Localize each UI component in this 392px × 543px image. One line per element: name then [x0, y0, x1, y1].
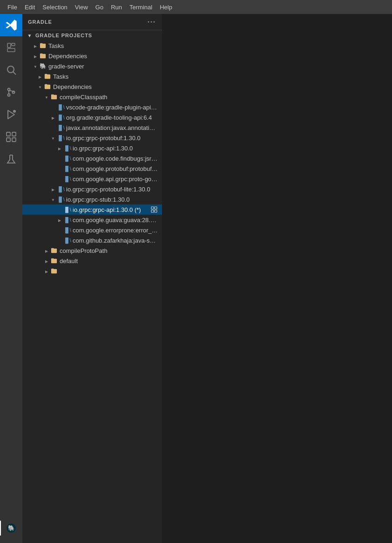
explorer-icon [6, 42, 17, 53]
dep6c1-action [150, 205, 158, 214]
menu-view[interactable]: View [71, 0, 92, 14]
svg-rect-19 [121, 34, 126, 34]
tree-container[interactable]: ▼ GRADLE PROJECTS [22, 30, 162, 543]
extensions-icon [6, 131, 17, 143]
gradle-server-icon: 🐘 [39, 62, 47, 70]
activity-explorer[interactable] [0, 36, 22, 59]
ellipsis-icon [148, 18, 155, 26]
activity-source-control[interactable] [0, 81, 22, 103]
dep6c1-label: io.grpc:grpc-api:1.30.0 (*) [73, 206, 141, 213]
folder-svg [51, 258, 57, 264]
run-section-icon [109, 32, 116, 39]
section-more-btn[interactable] [149, 31, 158, 40]
panel-header-actions [146, 17, 156, 27]
list-view-btn[interactable] [118, 31, 128, 40]
activity-gradle[interactable]: 🐘 [0, 517, 22, 539]
svg-rect-12 [7, 138, 10, 142]
folder-icon-gs-deps [44, 83, 51, 90]
tree-item-dep5[interactable]: ▐▌\ io.grpc:grpc-protobuf-lite:1.30.0 [22, 184, 162, 194]
dep-icon-dep4c1: ▐▌\ [63, 144, 71, 152]
section-chevron: ▼ [26, 32, 34, 39]
tree-item-dep3[interactable]: ▐▌\ javax.annotation:javax.annotation-ap… [22, 122, 162, 133]
chevron-more [43, 267, 50, 275]
vscode-logo [0, 14, 22, 36]
tree-item-more[interactable] [22, 266, 162, 276]
dep6c2-label: com.google.guava:guava:28.2-android [73, 217, 158, 224]
tree-item-default[interactable]: default [22, 256, 162, 266]
dep6c1-go-btn[interactable] [150, 205, 158, 214]
tree-item-dep6[interactable]: ▐▌\ io.grpc:grpc-stub:1.30.0 [22, 194, 162, 204]
folder-icon-gs-tasks [44, 73, 51, 80]
activity-run[interactable] [0, 103, 22, 126]
tree-item-dep4c2[interactable]: ▐▌\ com.google.code.findbugs:jsr305:3.0.… [22, 153, 162, 163]
tree-item-gs-deps[interactable]: Dependencies [22, 81, 162, 92]
svg-rect-1 [7, 48, 15, 52]
svg-rect-29 [155, 207, 157, 209]
svg-point-9 [13, 110, 16, 113]
activity-extensions[interactable] [0, 126, 22, 148]
chevron-default [43, 257, 50, 265]
menu-edit[interactable]: Edit [21, 0, 39, 14]
chevron-dep6c2 [56, 216, 63, 224]
section-header-left: ▼ GRADLE PROJECTS [26, 32, 92, 39]
tree-item-dep4c1[interactable]: ▐▌\ io.grpc:grpc-api:1.30.0 [22, 143, 162, 153]
section-gradle-projects[interactable]: ▼ GRADLE PROJECTS [22, 30, 162, 41]
chevron-deps-root [32, 52, 39, 60]
dep-icon-dep6c3: ▐▌\ [63, 226, 71, 234]
tree-item-dep1[interactable]: ▐▌\ vscode-gradle:gradle-plugin-api:unsp… [22, 102, 162, 112]
tree-item-gradle-server[interactable]: 🐘 gradle-server [22, 61, 162, 71]
tree-item-compileprotopath[interactable]: compileProtoPath [22, 245, 162, 256]
tree-item-dep6c4[interactable]: ▐▌\ com.github.zafarkhaja:java-semver:0.… [22, 235, 162, 245]
dep-icon-dep4: ▐▌\ [57, 134, 64, 142]
dep-icon-dep6: ▐▌\ [57, 196, 64, 203]
panel-more-actions[interactable] [146, 17, 156, 27]
collapse-btn[interactable] [139, 31, 148, 40]
menu-terminal[interactable]: Terminal [126, 0, 156, 14]
tree-item-dep4c4[interactable]: ▐▌\ com.google.api.grpc:proto-google-com… [22, 174, 162, 184]
menu-help[interactable]: Help [156, 0, 176, 14]
sidebar: GRADLE ▼ GRADLE PROJECTS [22, 14, 162, 543]
dep5-label: io.grpc:grpc-protobuf-lite:1.30.0 [66, 186, 150, 193]
gradle-server-label: gradle-server [48, 63, 84, 70]
refresh-btn[interactable] [128, 31, 138, 40]
activity-bar-top [0, 14, 22, 170]
chevron-gs-tasks [36, 73, 44, 80]
svg-rect-22 [141, 33, 143, 35]
run-task-btn[interactable] [108, 31, 117, 40]
chevron-dep4 [49, 134, 57, 142]
tree-item-dep6c2[interactable]: ▐▌\ com.google.guava:guava:28.2-android [22, 215, 162, 225]
menu-file[interactable]: File [4, 0, 21, 14]
folder-icon-default [50, 257, 58, 265]
folder-svg [40, 53, 46, 59]
tree-item-dep2[interactable]: ▐▌\ org.gradle:gradle-tooling-api:6.4 [22, 112, 162, 122]
svg-rect-20 [121, 35, 126, 36]
svg-rect-13 [12, 138, 16, 142]
folder-icon-more [50, 267, 58, 275]
tree-item-tasks-root[interactable]: Tasks [22, 41, 162, 51]
dep4-label: io.grpc:grpc-protobuf:1.30.0 [66, 135, 141, 142]
dep4c1-label: io.grpc:grpc-api:1.30.0 [73, 145, 133, 152]
menu-run[interactable]: Run [107, 0, 126, 14]
tree-item-dep4c3[interactable]: ▐▌\ com.google.protobuf:protobuf-java:3.… [22, 163, 162, 174]
svg-rect-24 [141, 36, 143, 38]
vscode-logo-icon [5, 19, 18, 32]
chevron-dep5 [49, 185, 57, 193]
activity-test[interactable] [0, 148, 22, 170]
tree-item-compileclasspath[interactable]: compileClasspath [22, 92, 162, 102]
dep-icon-dep3: ▐▌\ [57, 124, 64, 131]
editor-area [162, 14, 392, 543]
tree-item-dep6c1[interactable]: ▐▌\ io.grpc:grpc-api:1.30.0 (*) [22, 204, 162, 215]
svg-point-27 [155, 35, 157, 36]
activity-search[interactable] [0, 59, 22, 81]
tree-item-gs-tasks[interactable]: Tasks [22, 71, 162, 81]
gs-tasks-label: Tasks [53, 73, 68, 80]
tree-item-dep6c3[interactable]: ▐▌\ com.google.errorprone:error_prone_an… [22, 225, 162, 235]
svg-point-26 [153, 35, 155, 36]
tree-item-dep4[interactable]: ▐▌\ io.grpc:grpc-protobuf:1.30.0 [22, 133, 162, 143]
dep-icon-dep4c2: ▐▌\ [63, 155, 71, 162]
tree-item-deps-root[interactable]: Dependencies [22, 51, 162, 61]
folder-svg [51, 94, 57, 100]
menu-go[interactable]: Go [92, 0, 107, 14]
dep6c4-label: com.github.zafarkhaja:java-semver:0.9.0 [73, 237, 158, 244]
menu-selection[interactable]: Selection [39, 0, 71, 14]
